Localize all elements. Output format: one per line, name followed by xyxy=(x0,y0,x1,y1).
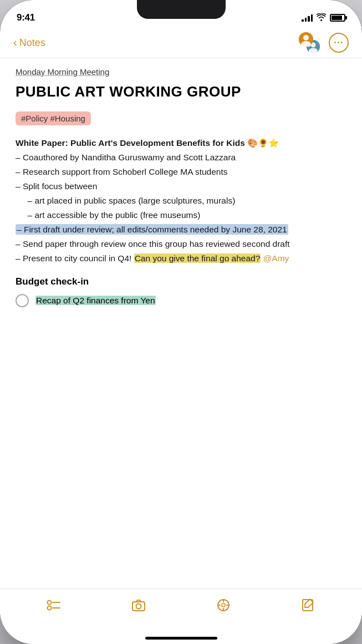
home-indicator xyxy=(145,637,217,640)
location-icon xyxy=(216,598,231,612)
note-content-area[interactable]: Monday Morning Meeting PUBLIC ART WORKIN… xyxy=(0,58,362,613)
checkbox-1[interactable] xyxy=(16,294,29,307)
status-time: 9:41 xyxy=(17,12,35,23)
back-label: Notes xyxy=(19,37,45,49)
green-highlight-text: Recap of Q2 finances from Yen xyxy=(35,296,156,305)
svg-point-13 xyxy=(222,604,225,607)
battery-fill xyxy=(332,16,342,20)
signal-bar-2 xyxy=(305,18,307,22)
body-line-3: – Split focus between xyxy=(16,180,346,193)
budget-heading: Budget check-in xyxy=(16,276,346,287)
checklist-icon xyxy=(47,598,61,612)
svg-point-11 xyxy=(136,604,141,609)
collaborator-avatar-1 xyxy=(299,32,313,47)
body-line-8: – Present to city council in Q4! Can you… xyxy=(16,252,346,265)
signal-icon xyxy=(302,14,313,22)
nav-actions: ··· xyxy=(299,32,349,53)
budget-section: Budget check-in Recap of Q2 finances fro… xyxy=(16,276,346,307)
back-chevron-icon: ‹ xyxy=(13,36,17,49)
location-button[interactable] xyxy=(216,598,231,612)
mention-amy[interactable]: @Amy xyxy=(263,253,289,263)
camera-button[interactable] xyxy=(131,598,146,612)
battery-icon xyxy=(330,14,345,22)
svg-point-1 xyxy=(303,35,309,40)
body-line-1: – Coauthored by Nanditha Guruswamy and S… xyxy=(16,151,346,164)
notch xyxy=(137,0,226,19)
body-line-5: – art accessible by the public (free mus… xyxy=(16,209,346,222)
yellow-highlight-text: Can you give the final go ahead? xyxy=(134,253,261,263)
compose-icon xyxy=(301,598,315,612)
bottom-toolbar xyxy=(0,589,362,644)
checklist-button[interactable] xyxy=(47,598,61,612)
tags-highlight[interactable]: #Policy #Housing xyxy=(16,111,91,125)
note-subtitle: Monday Morning Meeting xyxy=(16,67,346,77)
signal-bar-3 xyxy=(308,16,310,22)
checkbox-item-1: Recap of Q2 finances from Yen xyxy=(16,294,346,307)
collaborators-button[interactable] xyxy=(299,32,320,53)
svg-rect-10 xyxy=(132,602,145,611)
paper-heading: White Paper: Public Art's Development Be… xyxy=(16,136,346,150)
more-options-button[interactable]: ··· xyxy=(329,33,349,53)
navigation-bar: ‹ Notes xyxy=(0,28,362,58)
body-line-2: – Research support from Schoberl College… xyxy=(16,165,346,179)
phone-frame: 9:41 xyxy=(0,0,362,644)
back-button[interactable]: ‹ Notes xyxy=(13,37,45,49)
compose-button[interactable] xyxy=(301,598,315,612)
blue-highlight: – First draft under review; all edits/co… xyxy=(16,224,288,235)
signal-bar-1 xyxy=(302,19,304,22)
svg-point-7 xyxy=(47,606,51,610)
note-title: PUBLIC ART WORKING GROUP xyxy=(16,83,346,100)
phone-screen: 9:41 xyxy=(0,0,362,644)
body-line-7: – Send paper through review once this gr… xyxy=(16,237,346,251)
body-line-4: – art placed in public spaces (large scu… xyxy=(16,194,346,207)
paper-heading-text: White Paper: Public Art's Development Be… xyxy=(16,138,279,148)
checkbox-1-text: Recap of Q2 finances from Yen xyxy=(35,296,156,306)
signal-bar-4 xyxy=(311,14,313,22)
camera-icon xyxy=(131,598,146,612)
svg-point-6 xyxy=(47,601,51,605)
ellipsis-icon: ··· xyxy=(334,38,344,48)
body-line-6-highlighted: – First draft under review; all edits/co… xyxy=(16,223,346,236)
note-body: White Paper: Public Art's Development Be… xyxy=(16,136,346,265)
status-icons xyxy=(302,13,345,23)
wifi-icon xyxy=(317,13,326,23)
